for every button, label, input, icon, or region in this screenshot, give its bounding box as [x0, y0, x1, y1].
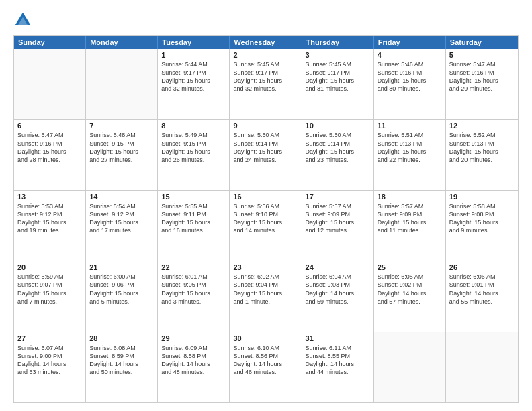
cell-line: and 28 minutes. — [17, 156, 82, 164]
cell-line: Sunrise: 6:06 AM — [449, 273, 515, 281]
day-number: 31 — [306, 334, 370, 342]
calendar-cell: 16Sunrise: 5:56 AMSunset: 9:10 PMDayligh… — [230, 191, 302, 261]
cell-line: Sunset: 9:10 PM — [233, 210, 298, 218]
cell-line: Sunset: 9:11 PM — [161, 210, 226, 218]
calendar-cell — [446, 332, 518, 402]
day-number: 8 — [161, 122, 226, 130]
day-number: 15 — [161, 193, 226, 201]
day-number: 10 — [306, 122, 370, 130]
cell-line: and 44 minutes. — [306, 368, 370, 376]
cell-line: Daylight: 15 hours — [378, 148, 442, 156]
day-number: 23 — [233, 263, 298, 271]
cell-line: Daylight: 14 hours — [233, 360, 298, 368]
cell-line: Daylight: 15 hours — [89, 148, 154, 156]
cell-line: Sunset: 9:09 PM — [378, 210, 442, 218]
cell-line: Sunrise: 6:04 AM — [306, 273, 370, 281]
day-number: 2 — [233, 51, 298, 59]
cell-line: Sunset: 9:16 PM — [17, 140, 82, 148]
cell-line: Sunrise: 5:47 AM — [449, 60, 515, 68]
weekday-header: Wednesday — [230, 36, 302, 49]
cell-line: Sunrise: 6:10 AM — [233, 344, 298, 352]
day-number: 6 — [17, 122, 82, 130]
cell-line: Sunset: 9:13 PM — [449, 140, 515, 148]
cell-line: and 14 minutes. — [233, 226, 298, 234]
day-number: 19 — [449, 193, 515, 201]
calendar-cell: 27Sunrise: 6:07 AMSunset: 9:00 PMDayligh… — [14, 332, 86, 402]
cell-line: Sunrise: 6:09 AM — [161, 344, 226, 352]
calendar-row: 27Sunrise: 6:07 AMSunset: 9:00 PMDayligh… — [14, 332, 518, 402]
weekday-header: Sunday — [14, 36, 86, 49]
cell-line: Daylight: 15 hours — [378, 77, 442, 85]
cell-line: Sunrise: 5:52 AM — [449, 131, 515, 139]
cell-line: and 29 minutes. — [449, 85, 515, 93]
cell-line: Sunrise: 5:45 AM — [306, 60, 370, 68]
cell-line: Daylight: 15 hours — [161, 289, 226, 298]
calendar-cell: 3Sunrise: 5:45 AMSunset: 9:17 PMDaylight… — [302, 49, 374, 119]
calendar-cell: 14Sunrise: 5:54 AMSunset: 9:12 PMDayligh… — [86, 191, 158, 261]
cell-line: Daylight: 15 hours — [233, 148, 298, 156]
cell-line: Sunrise: 5:55 AM — [161, 202, 226, 210]
cell-line: Sunrise: 5:48 AM — [89, 131, 154, 139]
calendar-cell: 22Sunrise: 6:01 AMSunset: 9:05 PMDayligh… — [158, 261, 230, 331]
cell-line: Sunrise: 6:02 AM — [233, 273, 298, 281]
cell-line: and 53 minutes. — [17, 368, 82, 376]
cell-line: Daylight: 15 hours — [161, 148, 226, 156]
calendar-cell: 2Sunrise: 5:45 AMSunset: 9:17 PMDaylight… — [230, 49, 302, 119]
cell-line: Sunrise: 5:50 AM — [306, 131, 370, 139]
calendar-cell: 28Sunrise: 6:08 AMSunset: 8:59 PMDayligh… — [86, 332, 158, 402]
cell-line: Sunrise: 5:57 AM — [378, 202, 442, 210]
cell-line: and 20 minutes. — [449, 156, 515, 164]
day-number: 30 — [233, 334, 298, 342]
cell-line: Sunrise: 5:57 AM — [306, 202, 370, 210]
calendar-cell: 12Sunrise: 5:52 AMSunset: 9:13 PMDayligh… — [446, 120, 518, 189]
cell-line: Sunset: 9:08 PM — [449, 210, 515, 218]
day-number: 25 — [378, 263, 442, 271]
calendar-cell: 13Sunrise: 5:53 AMSunset: 9:12 PMDayligh… — [14, 191, 86, 261]
cell-line: and 11 minutes. — [378, 226, 442, 234]
cell-line: and 46 minutes. — [233, 368, 298, 376]
cell-line: and 32 minutes. — [161, 85, 226, 93]
day-number: 22 — [161, 263, 226, 271]
calendar-cell: 20Sunrise: 5:59 AMSunset: 9:07 PMDayligh… — [14, 261, 86, 331]
calendar-cell: 25Sunrise: 6:05 AMSunset: 9:02 PMDayligh… — [374, 261, 446, 331]
cell-line: Sunrise: 5:56 AM — [233, 202, 298, 210]
calendar-cell: 1Sunrise: 5:44 AMSunset: 9:17 PMDaylight… — [158, 49, 230, 119]
cell-line: Sunrise: 6:07 AM — [17, 344, 82, 352]
cell-line: Sunrise: 6:05 AM — [378, 273, 442, 281]
day-number: 18 — [378, 193, 442, 201]
cell-line: Daylight: 15 hours — [449, 148, 515, 156]
cell-line: and 9 minutes. — [449, 226, 515, 234]
day-number: 29 — [161, 334, 226, 342]
day-number: 7 — [89, 122, 154, 130]
weekday-header: Tuesday — [158, 36, 230, 49]
calendar-cell: 29Sunrise: 6:09 AMSunset: 8:58 PMDayligh… — [158, 332, 230, 402]
day-number: 11 — [378, 122, 442, 130]
cell-line: Daylight: 14 hours — [306, 360, 370, 368]
cell-line: Daylight: 15 hours — [161, 218, 226, 226]
calendar-cell: 9Sunrise: 5:50 AMSunset: 9:14 PMDaylight… — [230, 120, 302, 189]
day-number: 26 — [449, 263, 515, 271]
cell-line: Sunset: 9:12 PM — [89, 210, 154, 218]
day-number: 21 — [89, 263, 154, 271]
cell-line: and 22 minutes. — [378, 156, 442, 164]
calendar-cell: 10Sunrise: 5:50 AMSunset: 9:14 PMDayligh… — [302, 120, 374, 189]
cell-line: Sunset: 9:17 PM — [233, 68, 298, 77]
day-number: 5 — [449, 51, 515, 59]
cell-line: and 27 minutes. — [89, 156, 154, 164]
calendar-row: 13Sunrise: 5:53 AMSunset: 9:12 PMDayligh… — [14, 190, 518, 261]
cell-line: and 19 minutes. — [17, 226, 82, 234]
day-number: 28 — [89, 334, 154, 342]
cell-line: and 1 minute. — [233, 298, 298, 306]
logo-icon — [13, 11, 32, 30]
day-number: 20 — [17, 263, 82, 271]
cell-line: Sunset: 9:09 PM — [306, 210, 370, 218]
logo — [13, 11, 35, 30]
cell-line: and 59 minutes. — [306, 298, 370, 306]
cell-line: Sunset: 9:12 PM — [17, 210, 82, 218]
cell-line: Sunset: 9:02 PM — [378, 281, 442, 289]
calendar-cell: 4Sunrise: 5:46 AMSunset: 9:16 PMDaylight… — [374, 49, 446, 119]
cell-line: Daylight: 15 hours — [17, 218, 82, 226]
cell-line: Sunrise: 5:44 AM — [161, 60, 226, 68]
cell-line: Sunset: 9:04 PM — [233, 281, 298, 289]
cell-line: Daylight: 15 hours — [233, 77, 298, 85]
